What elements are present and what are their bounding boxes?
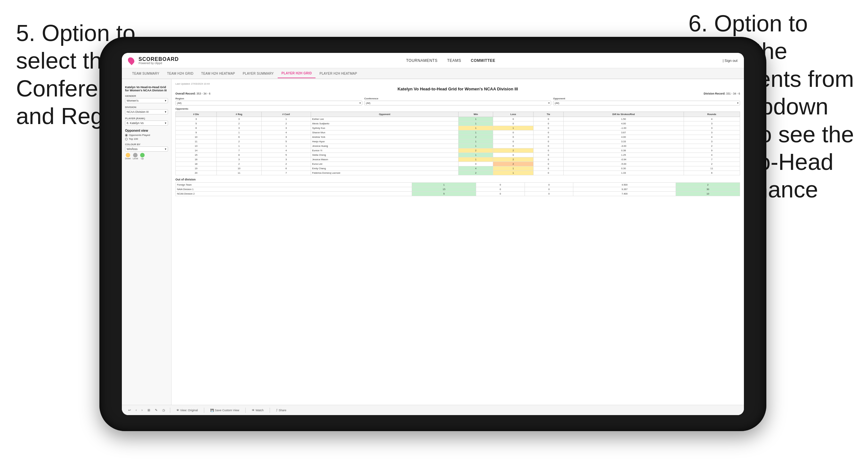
toolbar-sep-2 <box>204 408 204 413</box>
nav-links: TOURNAMENTS TEAMS COMMITTEE <box>406 58 495 63</box>
sub-nav-player-h2h-heatmap[interactable]: PLAYER H2H HEATMAP <box>315 69 361 78</box>
share-icon: ⤴ <box>276 409 278 412</box>
opponent-select[interactable]: (All) ▾ <box>553 101 740 105</box>
th-loss: Loss <box>493 112 533 117</box>
radio-dot-top100 <box>125 138 128 141</box>
filters-row: Region (All) ▾ Conference (All) ▾ <box>176 97 740 105</box>
view-original-label: View: Original <box>180 409 198 412</box>
colour-by-select[interactable]: Win/loss ▾ <box>125 147 168 152</box>
tablet-screen: SCOREBOARD Powered by clippd TOURNAMENTS… <box>122 53 744 415</box>
eye-icon: 👁 <box>176 409 179 412</box>
division-select[interactable]: NCAA Division III ▾ <box>125 109 168 115</box>
player-rank-select[interactable]: 8. Katelyn Vo ▾ <box>125 121 168 126</box>
radio-dot-opponents <box>125 134 128 136</box>
colour-level-label: Level <box>133 157 138 160</box>
out-of-division-label: Out of division <box>176 178 740 181</box>
sidebar: Katelyn Vo Head-to-Head Grid for Women's… <box>122 79 172 405</box>
page-title: Katelyn Vo Head-to-Head Grid for Women's… <box>176 87 740 91</box>
table-row: NCAA Division 2 5 0 0 7.400 10 <box>176 192 740 196</box>
table-row: 1633Jessica Mason120-0.947 <box>176 157 740 162</box>
watch-btn[interactable]: 👁 Watch <box>250 408 265 412</box>
nav-tournaments[interactable]: TOURNAMENTS <box>406 58 437 63</box>
colour-down-label: Down <box>125 157 131 160</box>
table-row: NAIA Division 1 15 0 0 9.267 30 <box>176 187 740 192</box>
content-area: Last Updated: 27/03/2024 10:44 Katelyn V… <box>172 79 744 405</box>
table-row: 1585Stella Cheng1001.254 <box>176 153 740 157</box>
th-win: Win <box>459 112 493 117</box>
opponent-view-title: Opponent view <box>125 129 168 132</box>
toolbar-sep-4 <box>270 408 270 413</box>
division-record: Division Record: 331 - 34 - 6 <box>704 92 740 95</box>
sub-nav-team-h2h-heatmap[interactable]: TEAM H2H HEATMAP <box>197 69 239 78</box>
conference-label: Conference <box>364 97 551 100</box>
th-conf: # Conf <box>261 112 311 117</box>
nav-teams[interactable]: TEAMS <box>447 58 461 63</box>
opponent-view-radio-group: Opponents Played Top 100 <box>125 134 168 141</box>
nav-committee[interactable]: COMMITTEE <box>471 58 495 63</box>
logo-area: SCOREBOARD Powered by clippd <box>128 56 179 65</box>
toolbar-sep-1 <box>170 408 170 413</box>
table-row: 331Esther Lee1001.504 <box>176 117 740 122</box>
watch-icon: 👁 <box>252 409 255 412</box>
save-custom-label: Save Custom View <box>215 409 239 412</box>
save-icon: 💾 <box>210 409 214 412</box>
back-icon[interactable]: ‹ <box>136 408 136 412</box>
th-reg: # Reg <box>217 112 262 117</box>
sidebar-player-title: Katelyn Vo Head-to-Head Grid for Women's… <box>125 86 168 92</box>
clock-icon[interactable]: ◷ <box>162 408 165 412</box>
colour-legend: Down Level Up <box>125 153 168 160</box>
filter-opponent-group: Opponent (All) ▾ <box>553 97 740 105</box>
table-row: 1474Eunice Yi2200.389 <box>176 148 740 153</box>
table-row: 19106Emily Chang4100.3011 <box>176 166 740 171</box>
main-table: # Div # Reg # Conf Opponent Win Loss Tie… <box>176 112 740 175</box>
colour-down <box>126 153 130 157</box>
forward-icon[interactable]: › <box>142 408 143 412</box>
main-table-body: 331Esther Lee1001.504522Alexis Sudjianto… <box>176 117 740 175</box>
save-custom-view-btn[interactable]: 💾 Save Custom View <box>209 408 241 412</box>
th-div: # Div <box>176 112 217 117</box>
watch-label: Watch <box>255 409 264 412</box>
sub-nav-player-summary[interactable]: PLAYER SUMMARY <box>239 69 278 78</box>
grid-icon[interactable]: ⊞ <box>148 408 150 412</box>
colour-up <box>140 153 145 157</box>
radio-top-100[interactable]: Top 100 <box>125 137 168 141</box>
table-row: 20117Federica Domecq Lacroze2101.336 <box>176 171 740 175</box>
sub-nav-team-h2h-grid[interactable]: TEAM H2H GRID <box>163 69 197 78</box>
share-btn[interactable]: ⤴ Share <box>275 408 288 412</box>
sub-nav-player-h2h-grid[interactable]: PLAYER H2H GRID <box>278 69 316 78</box>
sub-nav-team-summary[interactable]: TEAM SUMMARY <box>128 69 163 78</box>
records-row: Overall Record: 353 - 34 - 6 Division Re… <box>176 92 740 95</box>
edit-icon[interactable]: ✎ <box>155 408 157 412</box>
logo-icon <box>127 56 136 65</box>
share-label: Share <box>279 409 286 412</box>
radio-opponents-played[interactable]: Opponents Played <box>125 134 168 136</box>
colour-by-label: Colour by <box>125 143 168 146</box>
update-info: Last Updated: 27/03/2024 10:44 <box>176 82 740 85</box>
undo-icon[interactable]: ↩ <box>128 408 131 412</box>
th-diff: Diff Av Strokes/Rnd <box>563 112 684 117</box>
table-row: 522Alexis Sudjianto1004.003 <box>176 122 740 126</box>
table-header-row: # Div # Reg # Conf Opponent Win Loss Tie… <box>176 112 740 117</box>
overall-record: Overall Record: 353 - 34 - 6 <box>176 92 210 95</box>
colour-level <box>133 153 137 157</box>
th-opponent: Opponent <box>311 112 459 117</box>
gender-select[interactable]: Women's ▾ <box>125 98 168 103</box>
tablet-device: SCOREBOARD Powered by clippd TOURNAMENTS… <box>99 37 766 431</box>
table-row: 1063Andrea York2004.004 <box>176 135 740 139</box>
opponent-label: Opponent <box>553 97 740 100</box>
conference-select[interactable]: (All) ▾ <box>364 101 551 105</box>
table-row: 1311Jessica Huang100-3.002 <box>176 144 740 148</box>
filter-region-group: Region (All) ▾ <box>176 97 362 105</box>
out-of-division-table: Foreign Team 1 0 0 4.500 2 NAIA Division… <box>176 182 740 196</box>
main-content: Katelyn Vo Head-to-Head Grid for Women's… <box>122 79 744 405</box>
region-select[interactable]: (All) ▾ <box>176 101 362 105</box>
opponents-label-row: Opponents: <box>176 107 740 110</box>
logo-sub: Powered by clippd <box>138 62 179 65</box>
logo-text: SCOREBOARD <box>138 56 179 62</box>
view-original-btn[interactable]: 👁 View: Original <box>175 408 199 412</box>
sign-out[interactable]: | Sign out <box>723 59 738 62</box>
toolbar: ↩ ‹ › ⊞ ✎ ◷ 👁 View: Original 💾 Save Cust… <box>122 405 744 415</box>
top-nav: SCOREBOARD Powered by clippd TOURNAMENTS… <box>122 53 744 68</box>
table-row: 914Sharon Mun1003.673 <box>176 130 740 135</box>
toolbar-sep-3 <box>245 408 246 413</box>
